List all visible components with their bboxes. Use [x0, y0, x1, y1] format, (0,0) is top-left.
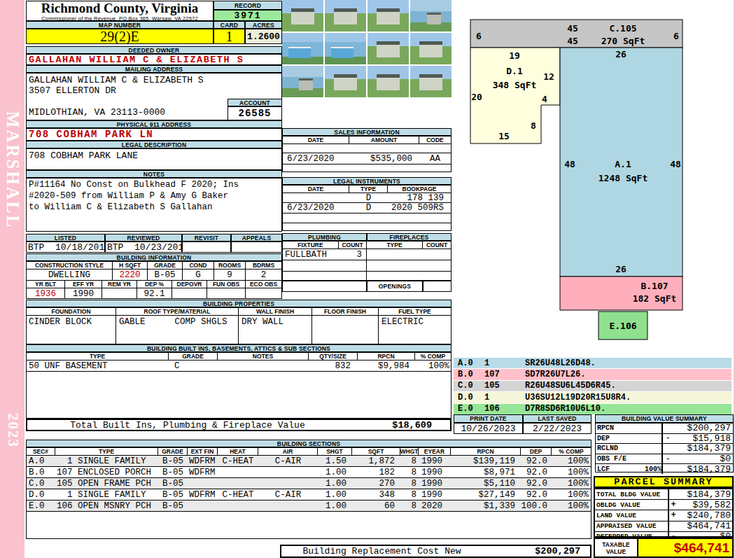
bvs-pct — [645, 444, 663, 454]
ps-label: TOTAL BLDG VALUE — [595, 489, 668, 499]
col-fixture: FIXTURE — [283, 241, 339, 249]
bvs-label: LCF — [596, 464, 645, 474]
taxable-value-row: TAXABLE VALUE $464,741 — [594, 538, 734, 558]
col-type: TYPE — [349, 186, 388, 193]
code-vector: SR26U48L26D48. — [525, 358, 730, 368]
bvs-row: RCLND $184,379 — [596, 444, 733, 454]
photo-thumbnail-7[interactable] — [368, 33, 409, 64]
building-value-summary-table: RPCN $200,297 DEP - $15,918 RCLND $184,3… — [595, 423, 734, 472]
fixture — [283, 260, 339, 271]
card-label: CARD — [214, 21, 245, 29]
sec-type: 105 OPEN FRAME PCH — [55, 478, 158, 489]
map-number: 29(2)E — [26, 29, 214, 44]
sec-shgt: 1.00 — [318, 467, 352, 477]
sec-grade: B-05 — [158, 500, 188, 511]
sec-extfin: WDFRM — [188, 489, 218, 500]
building-sections-header: BUILDING SECTIONS — [26, 440, 592, 447]
instrument-type — [349, 223, 388, 232]
sec: A.0 — [27, 456, 55, 466]
bvs-pct — [645, 434, 663, 444]
legal-instruments-table: DATE TYPE BOOKPAGE D 178 139 6/23/2020 D… — [282, 185, 451, 231]
parcel-summary-row: TOTAL BLDG VALUE $184,379 — [595, 489, 732, 500]
sec-sqft: 348 — [352, 489, 400, 500]
photo-thumbnail-12[interactable] — [410, 66, 451, 97]
instrument-date — [283, 223, 349, 232]
reviewed-value: BTP 10/23/2019 — [105, 241, 182, 253]
built-in-qty: 832 — [309, 360, 358, 371]
sec-shgt: 1.00 — [318, 478, 352, 489]
photo-thumbnail-11[interactable] — [368, 66, 409, 97]
col-shgt: SHGT — [318, 448, 352, 456]
sec-rpcn: $27,149 — [451, 489, 521, 500]
physical-address: 708 COBHAM PARK LN — [26, 128, 282, 141]
sales-table: DATE AMOUNT CODE 6/23/2020 $535,000 AA — [282, 136, 451, 172]
code-section: D.0 — [454, 393, 484, 402]
instrument-bookpage — [388, 223, 451, 232]
building-section-row: C.0 105 OPEN FRAME PCH B-05 1.00 270 8 1… — [27, 478, 591, 489]
sec-air — [258, 467, 318, 477]
code-vector: R26U48SU6L45D6R45. — [525, 381, 730, 391]
building-info-header-row: CONSTRUCTION STYLE H SQFT GRADE COND ROO… — [27, 262, 281, 270]
map-number-label: MAP NUMBER — [26, 21, 214, 29]
print-date: 10/26/2023 — [454, 423, 523, 434]
col-bdrms: BDRMS — [246, 262, 281, 270]
roof-type-material: GABLE COMP SHGLS — [116, 316, 239, 344]
dim-a-right: 48 — [670, 159, 681, 169]
sketch-code-row: D.0 1 U36SU12L19D20R15U8R4. — [454, 392, 732, 403]
photo-thumbnail-5[interactable] — [282, 33, 323, 64]
sec-dep: 92.0 — [521, 467, 552, 477]
sale-amount: $535,000 — [349, 153, 419, 164]
card-number: 1 — [214, 29, 245, 44]
photo-thumbnail-3[interactable] — [368, 0, 409, 31]
dim-a-top: 26 — [615, 49, 626, 59]
listed-label: LISTED — [26, 234, 105, 241]
dim-a-bottom: 26 — [615, 264, 626, 274]
col-floor-finish: FLOOR FINISH — [312, 308, 379, 316]
built-in-type: 50 UNF BASEMENT — [27, 360, 169, 371]
col-amount: AMOUNT — [349, 136, 419, 144]
notes-label: NOTES — [26, 170, 282, 178]
col-foundation: FOUNDATION — [27, 308, 116, 316]
taxable-value-label: TAXABLE VALUE — [595, 539, 638, 556]
photo-thumbnail-10[interactable] — [325, 66, 366, 97]
col-dep-pct: DEP % — [137, 281, 172, 288]
col-hsqft: H SQFT — [113, 262, 148, 270]
ps-operator: + — [668, 510, 678, 520]
photo-thumbnail-1[interactable] — [282, 0, 323, 31]
code-section: B.0 — [454, 370, 484, 379]
legal-instrument-row — [283, 223, 451, 232]
building-properties-value-row: CINDER BLOCK GABLE COMP SHGLS DRY WALL E… — [27, 316, 451, 344]
sec-dep: 92.0 — [521, 489, 552, 500]
col-type: TYPE — [55, 448, 158, 456]
heated-sqft: 2220 — [113, 270, 148, 280]
photo-thumbnail-2[interactable] — [325, 0, 366, 31]
parcel-summary-row: LAND VALUE + $240,780 — [595, 510, 732, 521]
ps-label: APPRAISED VALUE — [595, 522, 668, 531]
last-saved-label: LAST SAVED — [523, 414, 592, 423]
built-in-grade: C — [169, 360, 218, 371]
legal-instruments-header: LEGAL INSTRUMENTS — [282, 177, 451, 185]
sec-whgt: 8 — [400, 456, 419, 466]
col-effyr: EFF YR — [65, 281, 102, 288]
sales-row — [283, 164, 451, 173]
photo-thumbnail-6[interactable] — [325, 33, 366, 64]
instrument-type: D — [349, 203, 388, 213]
photo-thumbnail-9[interactable] — [282, 66, 323, 97]
dim-d-bottom: 15 — [498, 131, 510, 141]
legal-instrument-row: 6/23/2020 D 2020 509RS — [283, 203, 451, 214]
photo-thumbnail-8[interactable] — [410, 33, 451, 64]
building-info-header-row-2: YR BLT EFF YR REM YR DEP % DEPOVR FUN OB… — [27, 281, 281, 288]
bvs-operator — [663, 464, 673, 474]
bvs-label: OBS F/E — [596, 454, 645, 464]
rooms: 9 — [214, 270, 246, 280]
account-label: ACCOUNT — [227, 99, 282, 106]
ps-operator — [668, 489, 678, 499]
photo-thumbnail-4[interactable] — [410, 0, 451, 31]
ps-value: $464,741 — [678, 522, 732, 531]
sec-heat: C-HEAT — [218, 456, 258, 466]
ps-label: LAND VALUE — [595, 510, 668, 520]
mailing-line-2: 3507 ELLERTON DR — [29, 85, 116, 96]
remodel-year — [102, 288, 137, 299]
dim-d-left: 20 — [471, 92, 482, 102]
sec-grade: B-05 — [158, 467, 188, 477]
